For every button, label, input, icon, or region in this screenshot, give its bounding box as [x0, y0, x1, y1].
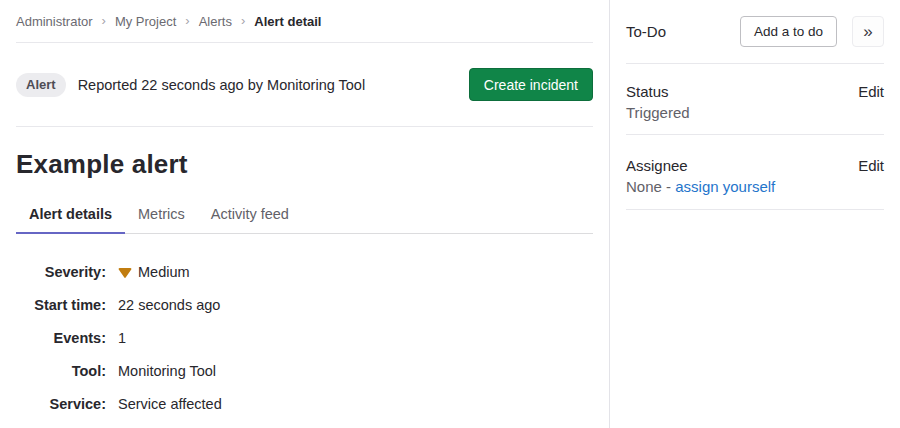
status-value: Triggered: [626, 105, 884, 134]
breadcrumb-item-alerts[interactable]: Alerts: [199, 14, 232, 29]
detail-value: Monitoring Tool: [118, 363, 216, 379]
severity-value-text: Medium: [138, 264, 190, 280]
assignee-edit-button[interactable]: Edit: [858, 157, 884, 174]
alert-reported-text: Reported 22 seconds ago by Monitoring To…: [78, 77, 366, 93]
status-edit-button[interactable]: Edit: [858, 83, 884, 100]
assignee-section: Assignee Edit None - assign yourself: [626, 135, 884, 209]
chevron-right-icon: ›: [102, 14, 106, 27]
tab-activity-feed[interactable]: Activity feed: [198, 196, 302, 234]
detail-label: Start time:: [16, 297, 106, 313]
detail-label: Severity:: [16, 264, 106, 280]
assignee-none-text: None -: [626, 178, 675, 195]
alert-details-list: Severity: Medium Start time: 22 seconds …: [16, 264, 593, 412]
add-todo-button[interactable]: Add a to do: [740, 16, 837, 47]
assignee-title: Assignee: [626, 158, 688, 174]
detail-value: Service affected: [118, 396, 222, 412]
breadcrumb-item-my-project[interactable]: My Project: [115, 14, 176, 29]
right-sidebar: To-Do Add a to do » Status Edit Triggere…: [609, 0, 900, 428]
alert-type-badge: Alert: [16, 73, 66, 97]
collapse-sidebar-button[interactable]: »: [852, 16, 884, 47]
alert-tabs: Alert details Metrics Activity feed: [16, 196, 593, 234]
detail-row-tool: Tool: Monitoring Tool: [16, 363, 593, 379]
detail-row-severity: Severity: Medium: [16, 264, 593, 280]
status-title: Status: [626, 84, 669, 100]
tab-metrics[interactable]: Metrics: [125, 196, 198, 234]
detail-label: Events:: [16, 330, 106, 346]
detail-row-events: Events: 1: [16, 330, 593, 346]
assign-yourself-link[interactable]: assign yourself: [675, 178, 775, 195]
chevron-right-icon: ›: [241, 14, 245, 27]
page-title: Example alert: [16, 148, 593, 180]
todo-label: To-Do: [626, 23, 666, 40]
detail-label: Service:: [16, 396, 106, 412]
status-section: Status Edit Triggered: [626, 64, 884, 134]
detail-label: Tool:: [16, 363, 106, 379]
create-incident-button[interactable]: Create incident: [469, 68, 593, 101]
breadcrumb: Administrator › My Project › Alerts › Al…: [0, 0, 609, 29]
detail-value: 1: [118, 330, 126, 346]
alert-bar-divider: [16, 126, 593, 127]
main-content: Administrator › My Project › Alerts › Al…: [0, 0, 609, 428]
chevron-double-right-icon: »: [863, 22, 872, 42]
breadcrumb-item-alert-detail: Alert detail: [254, 14, 321, 29]
chevron-right-icon: ›: [185, 14, 189, 27]
severity-medium-icon: [118, 267, 132, 279]
detail-row-start-time: Start time: 22 seconds ago: [16, 297, 593, 313]
tab-alert-details[interactable]: Alert details: [16, 196, 125, 234]
todo-section: To-Do Add a to do »: [626, 0, 884, 63]
alert-header-bar: Alert Reported 22 seconds ago by Monitor…: [0, 43, 609, 126]
detail-row-service: Service: Service affected: [16, 396, 593, 412]
breadcrumb-item-administrator[interactable]: Administrator: [16, 14, 93, 29]
detail-value: 22 seconds ago: [118, 297, 220, 313]
detail-value: Medium: [118, 264, 190, 280]
